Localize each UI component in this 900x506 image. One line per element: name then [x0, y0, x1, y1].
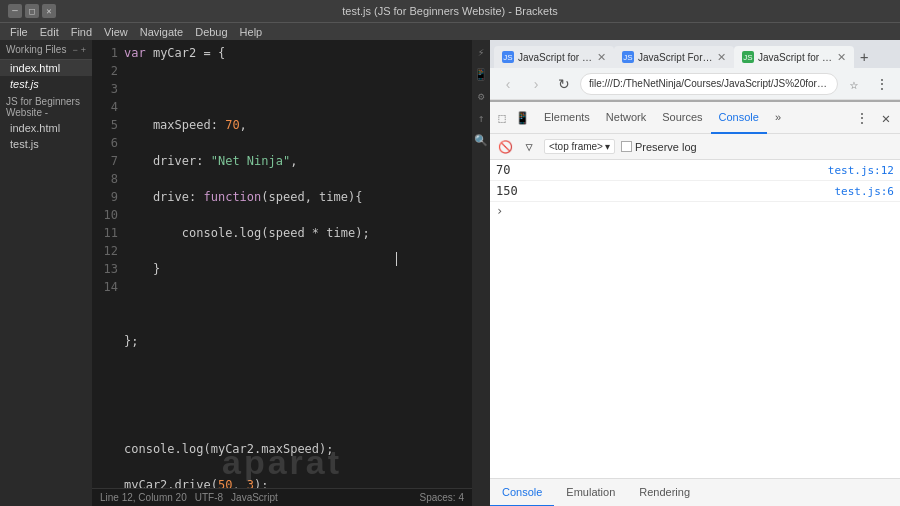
project-file-html[interactable]: index.html — [0, 120, 92, 136]
editor-status-bar: Line 12, Column 20 UTF-8 JavaScript Spac… — [92, 488, 472, 506]
tab-close-2[interactable]: ✕ — [717, 51, 726, 64]
close-button[interactable]: ✕ — [42, 4, 56, 18]
tab-label-1: JavaScript for Beginners ... — [518, 52, 593, 63]
console-toolbar: 🚫 ▽ <top frame> ▾ Preserve log — [490, 134, 900, 160]
tab-label-3: JavaScript for Beginers ... — [758, 52, 833, 63]
working-files-header: Working Files − + — [0, 40, 92, 60]
right-icon-strip: ⚡ 📱 ⚙ ↑ 🔍 — [472, 40, 490, 506]
language: JavaScript — [231, 492, 278, 503]
menu-find[interactable]: Find — [65, 26, 98, 38]
tab-favicon-1: JS — [502, 51, 514, 63]
frame-selector[interactable]: <top frame> ▾ — [544, 139, 615, 154]
forward-button[interactable]: › — [524, 72, 548, 96]
search-icon[interactable]: 🔍 — [473, 132, 489, 148]
file-panel: Working Files − + index.html test.js JS … — [0, 40, 92, 506]
filter-icon[interactable]: ▽ — [520, 138, 538, 156]
console-entry-1: 70 test.js:12 — [490, 160, 900, 181]
address-text: file:///D:/TheNetNinja/Courses/JavaScrip… — [589, 78, 829, 89]
browser-tab-1[interactable]: JS JavaScript for Beginners ... ✕ — [494, 46, 614, 68]
devtools-actions: ⋮ ✕ — [852, 108, 896, 128]
minimize-button[interactable]: ─ — [8, 4, 22, 18]
back-button[interactable]: ‹ — [496, 72, 520, 96]
console-prompt[interactable]: › — [490, 202, 900, 220]
tab-more[interactable]: » — [767, 102, 789, 134]
console-source-1[interactable]: test.js:12 — [828, 164, 894, 177]
file-item-html[interactable]: index.html — [0, 60, 92, 76]
reload-button[interactable]: ↻ — [552, 72, 576, 96]
code-editor[interactable]: 12345 678910 11121314 var myCar2 = { max… — [92, 40, 472, 506]
bottom-tab-emulation[interactable]: Emulation — [554, 479, 627, 507]
new-tab-button[interactable]: + — [854, 46, 874, 68]
browser-tab-2[interactable]: JS JavaScript For Beginners ✕ — [614, 46, 734, 68]
menu-file[interactable]: File — [4, 26, 34, 38]
live-preview-icon[interactable]: ⚡ — [473, 44, 489, 60]
cursor — [396, 252, 397, 266]
tab-close-1[interactable]: ✕ — [597, 51, 606, 64]
bottom-tabs: Console Emulation Rendering — [490, 478, 900, 506]
clear-console-icon[interactable]: 🚫 — [496, 138, 514, 156]
maximize-button[interactable]: □ — [25, 4, 39, 18]
window-title: test.js (JS for Beginners Website) - Bra… — [68, 5, 832, 17]
tab-label-2: JavaScript For Beginners — [638, 52, 713, 63]
console-value-2: 150 — [496, 184, 518, 198]
tab-console[interactable]: Console — [711, 102, 767, 134]
menu-icon[interactable]: ⋮ — [870, 72, 894, 96]
working-files-label: Working Files — [6, 44, 66, 55]
preserve-log-checkbox[interactable] — [621, 141, 632, 152]
tab-elements[interactable]: Elements — [536, 102, 598, 134]
tab-sources[interactable]: Sources — [654, 102, 710, 134]
console-value-1: 70 — [496, 163, 510, 177]
project-file-js[interactable]: test.js — [0, 136, 92, 152]
code-content[interactable]: var myCar2 = { maxSpeed: 70, driver: "Ne… — [124, 44, 472, 488]
device-toggle-icon[interactable]: 📱 — [514, 110, 530, 126]
line-numbers: 12345 678910 11121314 — [92, 44, 124, 488]
preserve-log-text: Preserve log — [635, 141, 697, 153]
console-source-2[interactable]: test.js:6 — [834, 185, 894, 198]
git-icon[interactable]: ↑ — [473, 110, 489, 126]
frame-selector-label: <top frame> — [549, 141, 603, 152]
bottom-tab-rendering[interactable]: Rendering — [627, 479, 702, 507]
tab-network[interactable]: Network — [598, 102, 654, 134]
devtools-icons: ⬚ 📱 — [494, 110, 530, 126]
project-section: JS for Beginners Website - — [0, 92, 92, 120]
menu-bar: File Edit Find View Navigate Debug Help — [0, 22, 900, 40]
title-bar: ─ □ ✕ test.js (JS for Beginners Website)… — [0, 0, 900, 22]
menu-edit[interactable]: Edit — [34, 26, 65, 38]
bottom-tab-console[interactable]: Console — [490, 479, 554, 507]
menu-help[interactable]: Help — [234, 26, 269, 38]
frame-selector-chevron: ▾ — [605, 141, 610, 152]
menu-navigate[interactable]: Navigate — [134, 26, 189, 38]
browser-toolbar: ‹ › ↻ file:///D:/TheNetNinja/Courses/Jav… — [490, 68, 900, 100]
devtools-dots-icon[interactable]: ⋮ — [852, 108, 872, 128]
device-icon[interactable]: 📱 — [473, 66, 489, 82]
menu-debug[interactable]: Debug — [189, 26, 233, 38]
encoding: UTF-8 — [195, 492, 223, 503]
devtools-close-icon[interactable]: ✕ — [876, 108, 896, 128]
tab-close-3[interactable]: ✕ — [837, 51, 846, 64]
address-bar[interactable]: file:///D:/TheNetNinja/Courses/JavaScrip… — [580, 73, 838, 95]
tab-favicon-3: JS — [742, 51, 754, 63]
extension-icon[interactable]: ⚙ — [473, 88, 489, 104]
tab-favicon-2: JS — [622, 51, 634, 63]
console-output: 70 test.js:12 150 test.js:6 › — [490, 160, 900, 478]
collapse-icon[interactable]: − — [72, 45, 77, 55]
browser-tab-3[interactable]: JS JavaScript for Beginers ... ✕ — [734, 46, 854, 68]
inspect-icon[interactable]: ⬚ — [494, 110, 510, 126]
file-item-js-active[interactable]: test.js — [0, 76, 92, 92]
preserve-log-label[interactable]: Preserve log — [621, 141, 697, 153]
expand-icon[interactable]: + — [81, 45, 86, 55]
spaces: Spaces: 4 — [420, 492, 464, 503]
cursor-position: Line 12, Column 20 — [100, 492, 187, 503]
devtools-tabs-bar: ⬚ 📱 Elements Network Sources Console » ⋮… — [490, 102, 900, 134]
menu-view[interactable]: View — [98, 26, 134, 38]
devtools: ⬚ 📱 Elements Network Sources Console » ⋮… — [490, 100, 900, 506]
code-area: 12345 678910 11121314 var myCar2 = { max… — [92, 40, 472, 488]
browser-panel: JS JavaScript for Beginners ... ✕ JS Jav… — [490, 40, 900, 506]
main-container: Working Files − + index.html test.js JS … — [0, 40, 900, 506]
browser-tabs: JS JavaScript for Beginners ... ✕ JS Jav… — [490, 40, 900, 68]
star-icon[interactable]: ☆ — [842, 72, 866, 96]
console-entry-2: 150 test.js:6 — [490, 181, 900, 202]
